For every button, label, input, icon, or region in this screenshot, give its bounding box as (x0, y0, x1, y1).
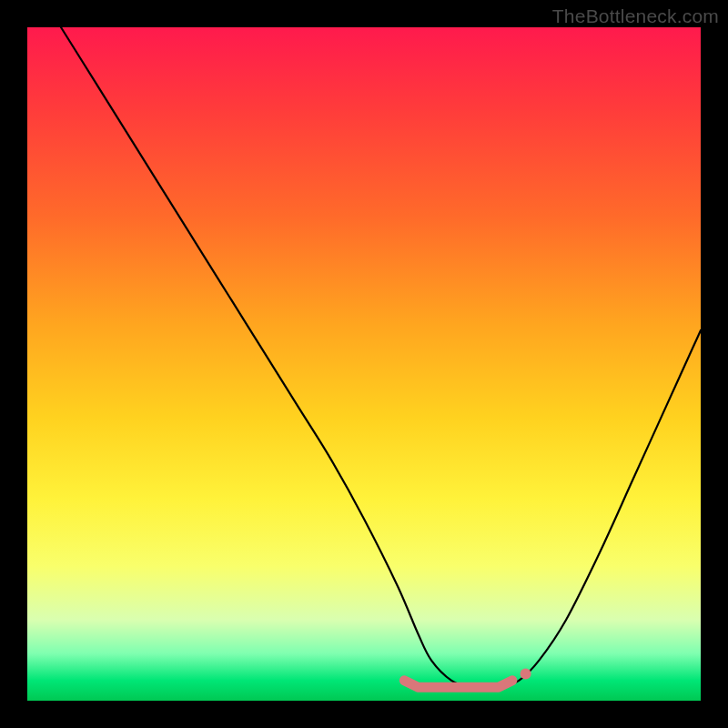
chart-frame: TheBottleneck.com (0, 0, 728, 728)
bottleneck-curve (61, 27, 701, 688)
flat-region-marker (404, 681, 511, 687)
marker-end-dot (521, 668, 531, 679)
chart-svg (27, 27, 701, 701)
watermark-text: TheBottleneck.com (552, 5, 719, 27)
chart-plot-area (27, 27, 701, 701)
